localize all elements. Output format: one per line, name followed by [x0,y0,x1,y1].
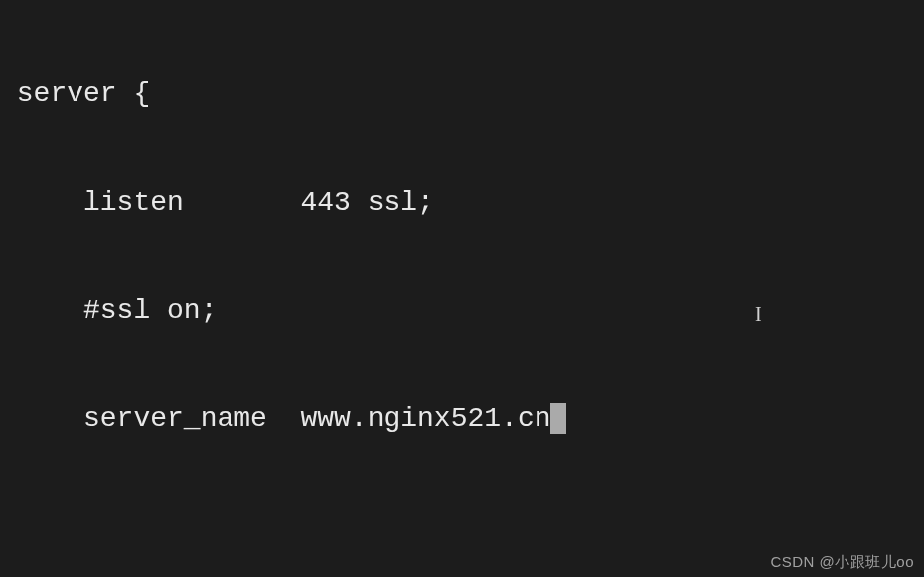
code-line: #ssl on; [0,293,924,329]
code-editor-viewport[interactable]: server { listen 443 ssl; #ssl on; server… [0,4,924,577]
watermark-text: CSDN @小跟班儿oo [770,552,914,572]
block-cursor [550,403,567,434]
code-text: server_name www.nginx521.cn [0,403,551,434]
code-line-with-cursor: server_name www.nginx521.cn [0,401,924,437]
code-line: listen 443 ssl; [0,185,924,220]
code-line: server { [0,76,924,112]
